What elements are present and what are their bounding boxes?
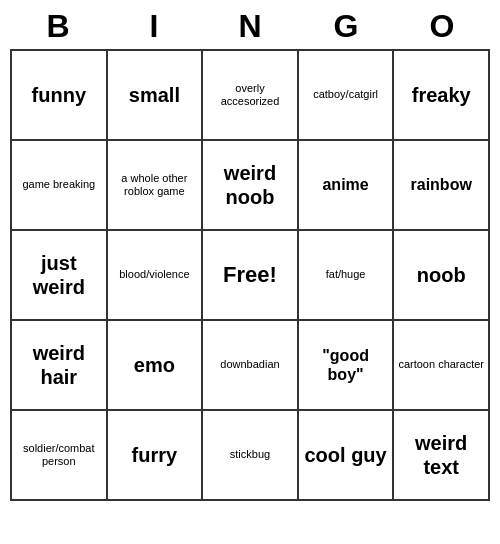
header-letter-i: I <box>110 8 198 45</box>
cell-text-r4-c4: weird text <box>398 431 484 479</box>
cell-text-r2-c1: blood/violence <box>119 268 189 281</box>
cell-text-r2-c2: Free! <box>223 262 277 288</box>
cell-text-r1-c0: game breaking <box>22 178 95 191</box>
bingo-header: BINGO <box>10 8 490 45</box>
cell-text-r3-c2: downbadian <box>220 358 279 371</box>
cell-text-r2-c3: fat/huge <box>326 268 366 281</box>
cell-r2-c0: just weird <box>12 231 108 321</box>
cell-r3-c3: "good boy" <box>299 321 395 411</box>
cell-r1-c4: rainbow <box>394 141 490 231</box>
cell-text-r4-c3: cool guy <box>304 443 386 467</box>
cell-r2-c4: noob <box>394 231 490 321</box>
cell-r0-c4: freaky <box>394 51 490 141</box>
cell-text-r0-c2: overly accesorized <box>207 82 293 108</box>
header-letter-o: O <box>398 8 486 45</box>
cell-text-r3-c0: weird hair <box>16 341 102 389</box>
cell-text-r1-c3: anime <box>322 175 368 194</box>
cell-r0-c3: catboy/catgirl <box>299 51 395 141</box>
cell-r0-c1: small <box>108 51 204 141</box>
cell-text-r0-c3: catboy/catgirl <box>313 88 378 101</box>
cell-text-r4-c0: soldier/combat person <box>16 442 102 468</box>
bingo-grid: funnysmalloverly accesorizedcatboy/catgi… <box>10 49 490 501</box>
cell-r4-c1: furry <box>108 411 204 501</box>
cell-r2-c2: Free! <box>203 231 299 321</box>
cell-text-r1-c1: a whole other roblox game <box>112 172 198 198</box>
cell-r3-c0: weird hair <box>12 321 108 411</box>
cell-r4-c3: cool guy <box>299 411 395 501</box>
cell-r0-c2: overly accesorized <box>203 51 299 141</box>
cell-r2-c1: blood/violence <box>108 231 204 321</box>
cell-text-r4-c2: stickbug <box>230 448 270 461</box>
cell-text-r1-c2: weird noob <box>207 161 293 209</box>
cell-r3-c4: cartoon character <box>394 321 490 411</box>
header-letter-n: N <box>206 8 294 45</box>
cell-text-r3-c4: cartoon character <box>398 358 484 371</box>
cell-r1-c2: weird noob <box>203 141 299 231</box>
bingo-card: BINGO funnysmalloverly accesorizedcatboy… <box>10 8 490 501</box>
cell-r1-c3: anime <box>299 141 395 231</box>
cell-text-r2-c4: noob <box>417 263 466 287</box>
header-letter-g: G <box>302 8 390 45</box>
cell-r1-c1: a whole other roblox game <box>108 141 204 231</box>
cell-r4-c0: soldier/combat person <box>12 411 108 501</box>
cell-r4-c2: stickbug <box>203 411 299 501</box>
cell-text-r0-c1: small <box>129 83 180 107</box>
cell-r1-c0: game breaking <box>12 141 108 231</box>
cell-text-r0-c4: freaky <box>412 83 471 107</box>
cell-r3-c1: emo <box>108 321 204 411</box>
cell-r0-c0: funny <box>12 51 108 141</box>
cell-text-r4-c1: furry <box>132 443 178 467</box>
cell-r3-c2: downbadian <box>203 321 299 411</box>
cell-r2-c3: fat/huge <box>299 231 395 321</box>
cell-text-r3-c1: emo <box>134 353 175 377</box>
cell-text-r0-c0: funny <box>32 83 86 107</box>
header-letter-b: B <box>14 8 102 45</box>
cell-text-r2-c0: just weird <box>16 251 102 299</box>
cell-text-r3-c3: "good boy" <box>303 346 389 384</box>
cell-text-r1-c4: rainbow <box>411 175 472 194</box>
cell-r4-c4: weird text <box>394 411 490 501</box>
